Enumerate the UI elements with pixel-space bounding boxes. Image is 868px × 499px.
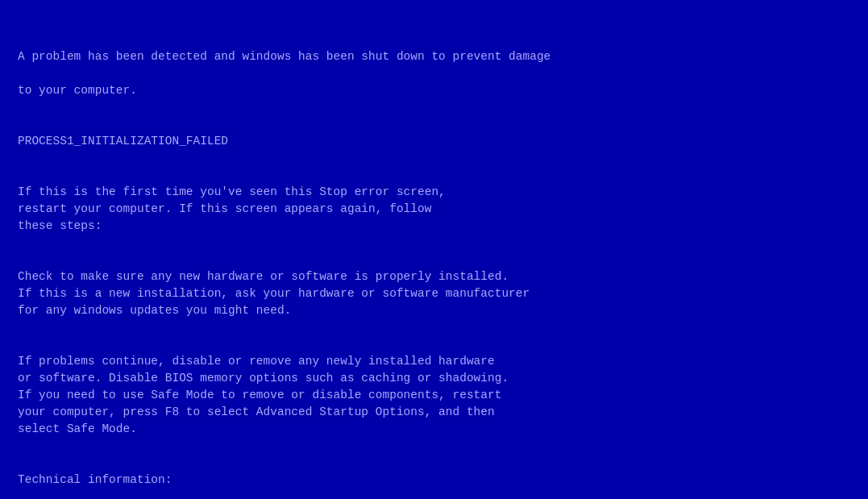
if-problems: If problems continue, disable or remove … — [18, 353, 850, 438]
bsod-screen: A problem has been detected and windows … — [0, 0, 868, 499]
tech-info-label: Technical information: — [18, 472, 850, 489]
line2: to your computer. — [18, 82, 850, 99]
bsod-content: A problem has been detected and windows … — [18, 48, 850, 499]
first-time-msg: If this is the first time you've seen th… — [18, 184, 850, 235]
error-code: PROCESS1_INITIALIZATION_FAILED — [18, 133, 850, 150]
check-hardware: Check to make sure any new hardware or s… — [18, 268, 850, 319]
line1: A problem has been detected and windows … — [18, 48, 850, 65]
